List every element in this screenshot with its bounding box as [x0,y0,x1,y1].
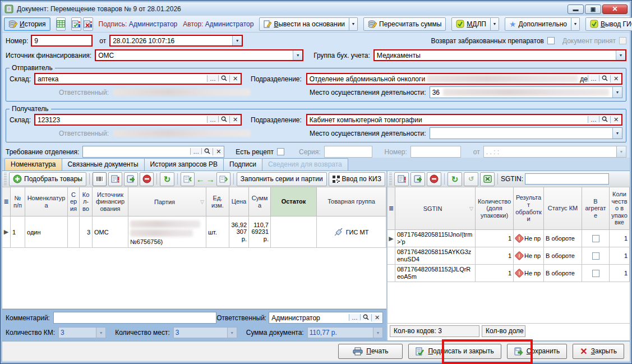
table-view-button[interactable] [56,17,66,31]
receiver-division-search-icon[interactable] [599,116,610,122]
maximize-button[interactable]: ▣ [585,4,601,14]
recalc-sums-button[interactable]: Пересчитать суммы [363,17,446,31]
comment-input[interactable] [53,312,216,324]
col-funding[interactable]: Источник финансирования [93,187,128,216]
aggregate-checkbox[interactable] [592,235,599,242]
receiver-place-select[interactable]: ▼ [430,127,622,139]
col-price[interactable]: Цена [229,187,249,216]
receiver-division-more-button[interactable]: … [588,116,599,123]
col-product-group[interactable]: Товарная группа [317,187,386,216]
receiver-warehouse-search-icon[interactable] [218,116,229,122]
sender-division-input[interactable]: Отделение абдоминальной онкологи де … ✕ [306,73,622,85]
return-rejected-checkbox[interactable] [547,37,555,44]
move-last-button[interactable] [216,172,230,186]
sender-place-dropdown-arrow[interactable]: ▼ [612,87,622,98]
sender-warehouse-input[interactable]: аптека … ✕ [34,73,242,85]
sgtin-row[interactable]: 0871764820581152jJLQrReoA5m 1 !Не пр В о… [387,265,630,282]
receiver-warehouse-clear-icon[interactable]: ✕ [229,116,241,123]
move-first-button[interactable] [181,172,195,186]
print-button[interactable]: Печать [338,344,403,359]
col-batch[interactable]: Партия▽ [128,187,206,216]
tab-nomenclature[interactable]: Номенклатура [4,158,62,171]
sgtin-filter-input[interactable] [525,173,609,185]
items-table-row[interactable]: ▶ 1 один 3 ОМС №6756756) шт. 36,92307 р.… [2,216,386,248]
col-qty-per-pack[interactable]: Количество в упаковке [610,187,630,230]
col-qty-share[interactable]: Количество (доля упаковки) [476,187,514,230]
requirement-input[interactable]: … ✕ [82,146,224,158]
date-dropdown-arrow[interactable]: ▼ [232,36,242,45]
tab-rv-request-history[interactable]: История запросов РВ [144,158,224,171]
col-result[interactable]: Результат обработки [514,187,544,230]
derive-document-button[interactable]: Вывести на основании [259,17,349,31]
tab-linked-documents[interactable]: Связанные документы [62,158,145,171]
requirement-search-icon[interactable] [201,148,213,154]
sgtin-delete-button[interactable] [427,172,441,186]
kiz-input-button[interactable]: Ввод по КИЗ [329,172,385,186]
receiver-division-clear-icon[interactable]: ✕ [610,116,621,123]
fill-series-button[interactable]: Заполнить серии и партии [237,172,327,186]
sign-and-close-button[interactable]: Подписать и закрыть [408,344,501,359]
col-in-aggregate[interactable]: В агрегате [582,187,610,230]
responsible-more-button[interactable]: … [349,314,360,321]
aggregate-checkbox[interactable] [592,270,599,277]
col-num[interactable]: № п/п [11,187,25,216]
responsible-search-icon[interactable] [360,314,371,320]
col-km-status[interactable]: Статус КМ [544,187,582,230]
sender-warehouse-more-button[interactable]: … [207,75,218,82]
col-series[interactable]: Серия [68,187,80,216]
minimize-button[interactable]: ▬ [568,4,584,14]
sgtin-export-button[interactable] [410,172,425,186]
additional-button[interactable]: ★ Дополнительно [505,17,571,31]
sign-valid-button[interactable] [71,17,81,31]
funding-dropdown-arrow[interactable]: ▼ [293,50,302,60]
receiver-warehouse-input[interactable]: 123123 … ✕ [34,114,242,126]
receiver-division-input[interactable]: Кабинет компьютерной томографии … ✕ [306,114,622,126]
sender-division-more-button[interactable]: … [588,75,599,82]
sender-warehouse-search-icon[interactable] [218,75,229,81]
responsible-input[interactable]: Администратор … ✕ [269,312,383,324]
arrow-right-icon[interactable]: → [206,175,215,183]
col-sum[interactable]: Сумма [249,187,271,216]
sgtin-row[interactable]: ▶ 087176482058115IJno/(trm>'p 1 !Не пр В… [387,230,630,247]
history-button[interactable]: История [4,17,50,31]
sign-invalid-button[interactable] [83,17,93,31]
requirement-clear-icon[interactable]: ✕ [213,148,224,155]
col-nomenclature[interactable]: Номенклатура [25,187,68,216]
tab-signatures[interactable]: Подписи [223,158,262,171]
additional-dropdown-arrow[interactable]: ▼ [571,17,580,31]
sender-place-select[interactable]: 36 ▼ [430,86,622,98]
aggregate-checkbox[interactable] [592,252,599,260]
save-button[interactable]: Сохранить [507,344,568,359]
col-sgtin[interactable]: SGTIN▽ [395,187,476,230]
acc-group-dropdown-arrow[interactable]: ▼ [616,50,625,60]
acc-group-select[interactable]: Медикаменты ▼ [373,49,626,61]
edit-row-button[interactable] [108,172,122,186]
export-row-button[interactable] [124,172,138,186]
receiver-place-dropdown-arrow[interactable]: ▼ [612,128,622,139]
requirement-more-button[interactable]: … [190,148,201,155]
barcode-button[interactable] [93,172,107,186]
responsible-clear-icon[interactable]: ✕ [371,314,382,321]
sender-warehouse-clear-icon[interactable]: ✕ [229,75,241,82]
funding-select[interactable]: ОМС ▼ [95,49,303,61]
receiver-warehouse-more-button[interactable]: … [207,116,218,123]
date-input[interactable]: 28.01.2026 10:07:16 ▼ [109,35,243,47]
sgtin-refresh-partial-button[interactable]: ↺ [464,172,478,186]
col-remainder[interactable]: Остаток [271,187,317,216]
gis-mt-output-button[interactable]: Вывод ГИС МТ [585,17,632,31]
sgtin-edit-button[interactable] [394,172,409,186]
close-button[interactable]: ✕ Закрыть [573,344,624,359]
pick-goods-button[interactable]: Подобрать товары [9,172,86,186]
col-unit[interactable]: Ед. изм. [206,187,229,216]
col-qty[interactable]: Кол-во [80,187,93,216]
refresh-button[interactable]: ↻ [160,172,174,186]
sender-division-clear-icon[interactable]: ✕ [610,75,621,82]
arrow-left-icon[interactable]: ← [196,175,205,183]
has-recipe-checkbox[interactable] [277,148,284,155]
sgtin-refresh-button[interactable]: ↻ [448,172,462,186]
derive-dropdown-arrow[interactable]: ▼ [349,17,358,31]
delete-row-button[interactable] [140,172,154,186]
mdlp-button[interactable]: МДЛП [451,17,491,31]
mdlp-dropdown-arrow[interactable]: ▼ [491,17,499,31]
sender-division-search-icon[interactable] [599,75,610,81]
